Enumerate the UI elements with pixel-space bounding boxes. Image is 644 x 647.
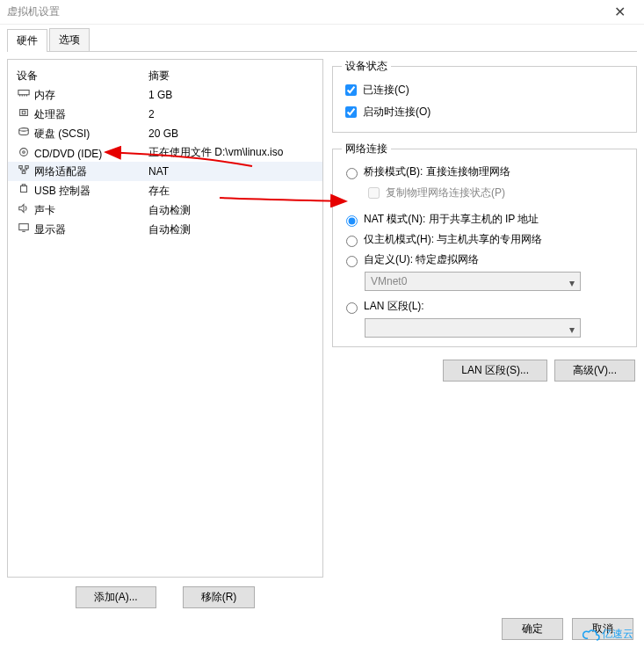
rb-lan-label: LAN 区段(L): (364, 299, 424, 314)
cb-connected-input[interactable] (345, 84, 357, 96)
device-row-disk[interactable]: 硬盘 (SCSI) 20 GB (8, 124, 322, 143)
col-device: 设备 (17, 69, 148, 84)
network-legend: 网络连接 (342, 142, 391, 156)
cb-replicate-input (368, 187, 380, 199)
rb-bridge-label: 桥接模式(B): 直接连接物理网络 (364, 164, 510, 179)
rb-custom-label: 自定义(U): 特定虚拟网络 (364, 252, 479, 267)
tab-hardware[interactable]: 硬件 (7, 29, 47, 52)
display-icon (17, 222, 31, 234)
rb-bridge-input[interactable] (346, 168, 358, 179)
disc-icon (17, 146, 31, 158)
device-row-display[interactable]: 显示器 自动检测 (8, 220, 322, 239)
device-name: 处理器 (34, 108, 66, 120)
svg-point-8 (20, 148, 28, 156)
rb-lan[interactable]: LAN 区段(L): (342, 296, 627, 316)
device-status-group: 设备状态 已连接(C) 启动时连接(O) (332, 59, 637, 133)
brand-label: 亿速云 (602, 627, 633, 642)
cpu-icon (17, 106, 31, 119)
device-summary: NAT (148, 165, 314, 178)
device-name: 硬盘 (SCSI) (34, 127, 90, 140)
disk-icon (17, 126, 31, 138)
cb-replicate-label: 复制物理网络连接状态(P) (386, 185, 505, 200)
device-name: CD/DVD (IDE) (34, 148, 102, 160)
device-name: 内存 (34, 89, 55, 101)
rb-custom-input[interactable] (346, 256, 358, 267)
rb-hostonly[interactable]: 仅主机模式(H): 与主机共享的专用网络 (342, 229, 627, 250)
svg-rect-5 (20, 110, 28, 116)
advanced-button[interactable]: 高级(V)... (554, 360, 635, 382)
cb-connected-label: 已连接(C) (363, 83, 409, 98)
vnet-select: VMnet0 (365, 272, 581, 291)
network-icon (17, 164, 31, 176)
device-name: 声卡 (34, 204, 55, 216)
window-title: 虚拟机设置 (7, 4, 602, 19)
cb-replicate: 复制物理网络连接状态(P) (365, 182, 627, 204)
device-row-memory[interactable]: 内存 1 GB (8, 85, 322, 105)
device-name: 显示器 (34, 223, 66, 236)
cb-connect-on-start[interactable]: 启动时连接(O) (342, 101, 627, 123)
left-panel: 设备 摘要 内存 1 GB 处理器 2 硬盘 (SCSI) 20 GB CD/D… (7, 59, 323, 608)
device-row-cddvd[interactable]: CD/DVD (IDE) 正在使用文件 D:\vm\linux.iso (8, 143, 322, 162)
network-group: 网络连接 桥接模式(B): 直接连接物理网络 复制物理网络连接状态(P) NAT… (332, 142, 637, 347)
device-row-cpu[interactable]: 处理器 2 (8, 105, 322, 124)
rb-nat[interactable]: NAT 模式(N): 用于共享主机的 IP 地址 (342, 209, 627, 229)
device-summary: 1 GB (148, 89, 314, 101)
device-summary: 20 GB (148, 127, 314, 140)
remove-button[interactable]: 移除(R) (183, 586, 256, 608)
list-header: 设备 摘要 (8, 67, 322, 85)
svg-point-9 (23, 150, 25, 153)
lan-select (365, 318, 581, 338)
add-button[interactable]: 添加(A)... (76, 586, 156, 608)
rb-nat-label: NAT 模式(N): 用于共享主机的 IP 地址 (364, 212, 539, 227)
device-summary: 自动检测 (148, 203, 314, 218)
device-status-legend: 设备状态 (342, 59, 391, 74)
cb-connect-on-start-label: 启动时连接(O) (363, 105, 431, 120)
device-summary: 存在 (148, 184, 314, 199)
svg-rect-10 (19, 166, 23, 169)
device-summary: 正在使用文件 D:\vm\linux.iso (148, 145, 314, 160)
rb-hostonly-label: 仅主机模式(H): 与主机共享的专用网络 (364, 232, 542, 247)
svg-point-7 (19, 128, 29, 132)
rb-lan-input[interactable] (346, 302, 358, 314)
rb-hostonly-input[interactable] (346, 236, 358, 247)
svg-rect-12 (22, 171, 25, 174)
lan-segments-button[interactable]: LAN 区段(S)... (443, 360, 547, 382)
sound-icon (17, 202, 31, 214)
device-row-network[interactable]: 网络适配器 NAT (8, 162, 322, 181)
ok-button[interactable]: 确定 (502, 618, 563, 640)
device-name: 网络适配器 (34, 165, 87, 178)
titlebar: 虚拟机设置 ✕ (0, 0, 644, 25)
rb-custom[interactable]: 自定义(U): 特定虚拟网络 (342, 250, 627, 270)
device-row-sound[interactable]: 声卡 自动检测 (8, 200, 322, 220)
usb-icon (17, 183, 31, 195)
close-icon[interactable]: ✕ (602, 4, 637, 20)
device-summary: 自动检测 (148, 222, 314, 237)
tabstrip: 硬件 选项 (7, 28, 637, 52)
rb-bridge[interactable]: 桥接模式(B): 直接连接物理网络 (342, 162, 627, 182)
cb-connected[interactable]: 已连接(C) (342, 79, 627, 101)
svg-rect-14 (22, 185, 25, 186)
tab-options[interactable]: 选项 (49, 28, 90, 51)
brand-watermark: 亿速云 (582, 627, 633, 642)
svg-rect-6 (22, 111, 25, 114)
svg-rect-11 (25, 166, 29, 169)
right-panel: 设备状态 已连接(C) 启动时连接(O) 网络连接 桥接模式(B): 直接连接物… (332, 59, 637, 608)
cb-connect-on-start-input[interactable] (345, 106, 357, 118)
rb-nat-input[interactable] (346, 215, 358, 227)
col-summary: 摘要 (148, 69, 314, 84)
svg-rect-0 (18, 91, 29, 95)
device-list: 设备 摘要 内存 1 GB 处理器 2 硬盘 (SCSI) 20 GB CD/D… (7, 59, 323, 578)
svg-rect-15 (19, 224, 29, 230)
device-name: USB 控制器 (34, 185, 90, 197)
device-row-usb[interactable]: USB 控制器 存在 (8, 181, 322, 200)
memory-icon (17, 87, 31, 99)
svg-rect-13 (21, 186, 27, 193)
device-summary: 2 (148, 108, 314, 120)
